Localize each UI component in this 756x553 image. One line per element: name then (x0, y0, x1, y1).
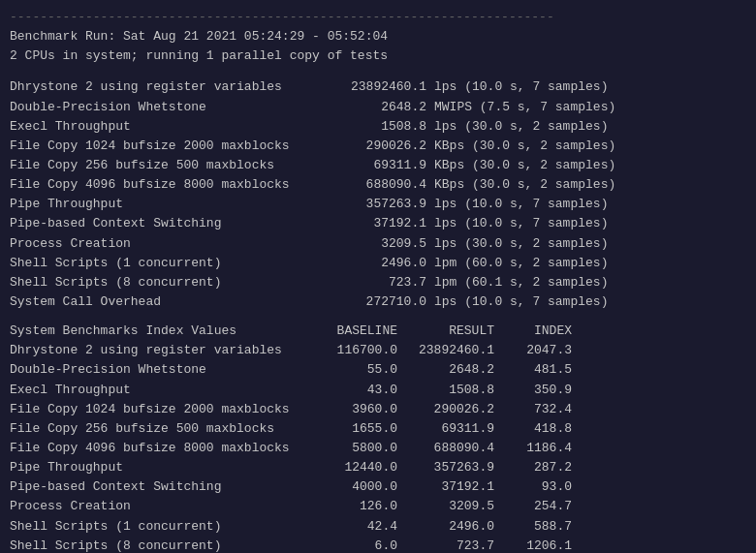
index-data-row: Process Creation 126.0 3209.5 254.7 (10, 497, 746, 516)
benchmark-row: Shell Scripts (8 concurrent)723.7lpm (60… (10, 273, 746, 292)
index-data-row: Execl Throughput 43.0 1508.8 350.9 (10, 381, 746, 400)
benchmark-row: Process Creation3209.5lps (30.0 s, 2 sam… (10, 234, 746, 254)
benchmark-row: System Call Overhead272710.0lps (10.0 s,… (10, 292, 746, 312)
benchmark-header-line2: 2 CPUs in system; running 1 parallel cop… (10, 46, 746, 66)
index-data-row: File Copy 1024 bufsize 2000 maxblocks 39… (10, 400, 746, 419)
index-data-row: Pipe Throughput 12440.0 357263.9 287.2 (10, 458, 746, 477)
benchmark-row: Double-Precision Whetstone2648.2MWIPS (7… (10, 98, 746, 117)
index-data-row: File Copy 4096 bufsize 8000 maxblocks 58… (10, 439, 746, 458)
benchmark-header-line1: Benchmark Run: Sat Aug 21 2021 05:24:29 … (10, 27, 746, 46)
benchmark-row: File Copy 4096 bufsize 8000 maxblocks688… (10, 175, 746, 195)
benchmark-rows: Dhrystone 2 using register variables2389… (10, 77, 746, 312)
benchmark-row: Shell Scripts (1 concurrent)2496.0lpm (6… (10, 254, 746, 273)
benchmark-row: File Copy 1024 bufsize 2000 maxblocks290… (10, 137, 746, 156)
benchmark-row: File Copy 256 bufsize 500 maxblocks69311… (10, 156, 746, 175)
index-data-row: Double-Precision Whetstone 55.0 2648.2 4… (10, 360, 746, 380)
benchmark-row: Dhrystone 2 using register variables2389… (10, 77, 746, 97)
benchmark-row: Pipe-based Context Switching37192.1lps (… (10, 214, 746, 233)
terminal: ----------------------------------------… (10, 8, 746, 553)
index-data-row: Shell Scripts (1 concurrent) 42.4 2496.0… (10, 517, 746, 537)
index-data-row: File Copy 256 bufsize 500 maxblocks 1655… (10, 419, 746, 439)
index-data-row: Dhrystone 2 using register variables 116… (10, 341, 746, 360)
index-header-row: System Benchmarks Index Values BASELINE … (10, 322, 746, 341)
index-data-row: Pipe-based Context Switching 4000.0 3719… (10, 477, 746, 497)
index-table: System Benchmarks Index Values BASELINE … (10, 322, 746, 553)
benchmark-row: Execl Throughput1508.8lps (30.0 s, 2 sam… (10, 117, 746, 137)
benchmark-row: Pipe Throughput357263.9lps (10.0 s, 7 sa… (10, 195, 746, 214)
divider-top: ----------------------------------------… (10, 8, 746, 27)
index-data-row: Shell Scripts (8 concurrent) 6.0 723.7 1… (10, 537, 746, 553)
